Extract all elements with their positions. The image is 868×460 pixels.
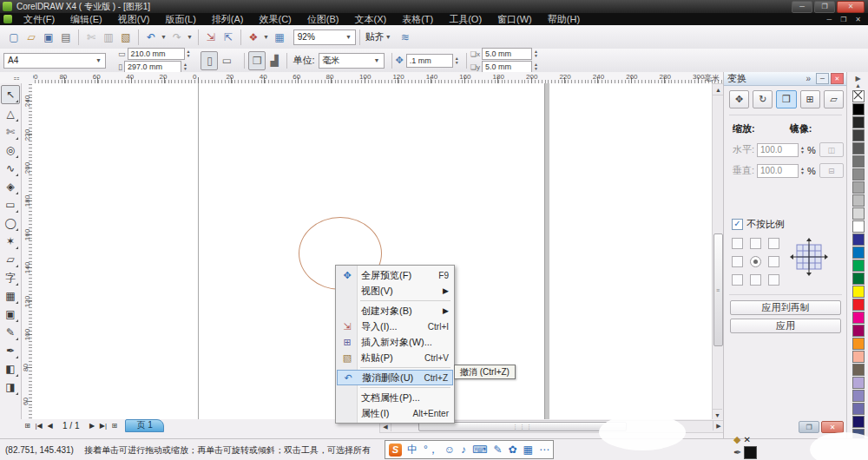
- previous-page-button[interactable]: ◀: [44, 420, 56, 430]
- print-button[interactable]: ▤: [57, 29, 75, 46]
- ellipse-tool[interactable]: ◯: [2, 214, 19, 232]
- apply-to-duplicate-button[interactable]: 应用到再制: [730, 300, 841, 315]
- color-swatch-23[interactable]: [852, 390, 865, 402]
- context-menu-item-view[interactable]: 视图(V)▶: [337, 283, 453, 299]
- table-tool[interactable]: ▦: [2, 287, 19, 305]
- next-page-button[interactable]: ▶: [86, 420, 97, 430]
- vertical-ruler[interactable]: 2402202001801601401201008060: [21, 83, 33, 419]
- drawing-units-chart-button[interactable]: ▟: [266, 51, 283, 70]
- text-tool[interactable]: 字: [2, 269, 19, 286]
- anchor-checkbox-7[interactable]: [750, 274, 761, 286]
- smart-fill-tool[interactable]: ◈: [2, 178, 19, 195]
- color-swatch-11[interactable]: [852, 233, 865, 246]
- color-swatch-9[interactable]: [852, 207, 865, 220]
- add-page-end-button[interactable]: ⊞: [108, 420, 120, 430]
- scale-horizontal-spinner[interactable]: ▲▼: [800, 146, 805, 154]
- add-page-start-button[interactable]: ⊞: [22, 420, 33, 430]
- nudge-offset-input[interactable]: .1 mm: [406, 54, 453, 68]
- color-swatch-16[interactable]: [852, 299, 865, 311]
- context-menu-item-insert-new-object[interactable]: ⊞插入新对象(W)...: [337, 334, 453, 350]
- horizontal-ruler[interactable]: 毫米 1008060402002040608010012014016018020…: [33, 72, 723, 84]
- color-swatch-13[interactable]: [852, 260, 865, 272]
- application-launcher-button[interactable]: ❖: [245, 29, 262, 46]
- color-swatch-17[interactable]: [852, 312, 865, 324]
- anchor-checkbox-1[interactable]: [750, 238, 761, 249]
- menu-item-排列[interactable]: 排列(A): [204, 13, 252, 25]
- scale-mirror-tab[interactable]: ❒: [776, 90, 796, 108]
- context-menu-item-paste[interactable]: ▧粘贴(P)Ctrl+V: [337, 350, 453, 365]
- skin-icon[interactable]: ✿: [508, 444, 516, 456]
- position-tab[interactable]: ✥: [729, 90, 749, 108]
- close-button[interactable]: ✕: [837, 1, 865, 13]
- rectangle-tool[interactable]: ▭: [2, 196, 19, 214]
- fill-tool[interactable]: ◧: [2, 360, 19, 378]
- docker-minimize-button[interactable]: ─: [816, 73, 829, 84]
- zoom-tool[interactable]: ◎: [2, 141, 19, 159]
- color-swatch-6[interactable]: [852, 168, 865, 181]
- portrait-button[interactable]: ▯: [201, 51, 218, 70]
- color-swatch-25[interactable]: [852, 416, 865, 428]
- interactive-blend-tool[interactable]: ▣: [2, 306, 19, 323]
- palette-scroll-up-button[interactable]: ▲: [847, 82, 868, 89]
- interactive-fill-tool[interactable]: ◨: [2, 378, 19, 396]
- outline-pen-tool[interactable]: ✒: [2, 342, 19, 359]
- save-button[interactable]: ▣: [40, 29, 57, 46]
- undo-button[interactable]: ↶: [142, 29, 160, 46]
- context-menu-item-create-object[interactable]: 创建对象(B)▶: [337, 303, 453, 319]
- no-color-swatch[interactable]: [852, 90, 865, 102]
- color-swatch-5[interactable]: [852, 155, 865, 168]
- vertical-scroll-thumb[interactable]: ≡: [713, 233, 723, 346]
- chinese-mode-indicator[interactable]: 中: [407, 443, 418, 457]
- apply-button[interactable]: 应用: [730, 319, 841, 333]
- anchor-checkbox-5[interactable]: [768, 256, 779, 267]
- voice-input-icon[interactable]: ♪: [461, 444, 466, 456]
- docker-chevron-button[interactable]: »: [806, 74, 811, 83]
- toolbox-icon[interactable]: ▦: [523, 444, 533, 456]
- title-bar[interactable]: CorelDRAW X4 ( 专业版 ) - [图形1] ─ ❐ ✕: [0, 0, 868, 13]
- paper-width-spinner[interactable]: ▲▼: [187, 49, 191, 58]
- landscape-button[interactable]: ▭: [218, 51, 235, 70]
- open-button[interactable]: ▱: [23, 29, 40, 46]
- units-combobox[interactable]: 毫米▼: [319, 53, 385, 69]
- mirror-vertical-button[interactable]: ⊟: [819, 163, 844, 178]
- anchor-checkbox-6[interactable]: [732, 274, 743, 286]
- chevron-down-icon[interactable]: ▼: [263, 34, 269, 40]
- menu-item-文件[interactable]: 文件(F): [16, 13, 62, 25]
- color-swatch-21[interactable]: [852, 364, 865, 376]
- freehand-tool[interactable]: ∿: [2, 160, 19, 177]
- paper-preset-combobox[interactable]: A4▼: [3, 53, 106, 69]
- new-document-button[interactable]: ▢: [5, 29, 23, 46]
- scale-vertical-spinner[interactable]: ▲▼: [800, 167, 805, 175]
- emoji-icon[interactable]: ☺: [444, 444, 455, 456]
- snap-to-dropdown[interactable]: 贴齐 ▼: [365, 30, 391, 43]
- menu-item-工具[interactable]: 工具(O): [441, 13, 490, 25]
- chevron-down-icon[interactable]: ▼: [187, 34, 193, 40]
- color-swatch-3[interactable]: [852, 129, 865, 141]
- punctuation-toggle-icon[interactable]: °，: [424, 443, 438, 457]
- color-swatch-2[interactable]: [852, 116, 865, 128]
- nudge-offset-spinner[interactable]: ▲▼: [455, 56, 459, 65]
- duplicate-distance-y-spinner[interactable]: ▲▼: [534, 62, 538, 71]
- color-swatch-10[interactable]: [852, 220, 865, 233]
- anchor-center-radio[interactable]: [750, 256, 761, 267]
- anchor-checkbox-2[interactable]: [768, 238, 779, 249]
- color-swatch-14[interactable]: [852, 273, 865, 285]
- menu-item-位图[interactable]: 位图(B): [299, 13, 347, 25]
- size-tab[interactable]: ⊞: [800, 90, 820, 108]
- welcome-screen-button[interactable]: ▦: [271, 29, 288, 46]
- paper-height-spinner[interactable]: ▲▼: [183, 62, 187, 71]
- context-menu-item-properties[interactable]: 属性(I)Alt+Enter: [337, 405, 453, 421]
- scale-vertical-input[interactable]: 100.0: [757, 164, 799, 178]
- export-button[interactable]: ⇱: [220, 29, 237, 46]
- menu-item-表格[interactable]: 表格(T): [394, 13, 441, 25]
- eyedropper-tool[interactable]: ✎: [2, 324, 19, 341]
- duplicate-distance-x-input[interactable]: 5.0 mm: [482, 48, 532, 60]
- context-menu-item-document-properties[interactable]: 文档属性(P)...: [337, 390, 453, 405]
- restore-button[interactable]: ❐: [814, 1, 835, 13]
- menu-item-视图[interactable]: 视图(V): [110, 13, 158, 25]
- scale-horizontal-input[interactable]: 100.0: [757, 143, 799, 157]
- nonproportional-checkbox[interactable]: ✓: [732, 219, 743, 230]
- color-swatch-22[interactable]: [852, 377, 865, 389]
- last-page-button[interactable]: ▶|: [97, 420, 108, 430]
- paper-width-input[interactable]: 210.0 mm: [128, 48, 185, 60]
